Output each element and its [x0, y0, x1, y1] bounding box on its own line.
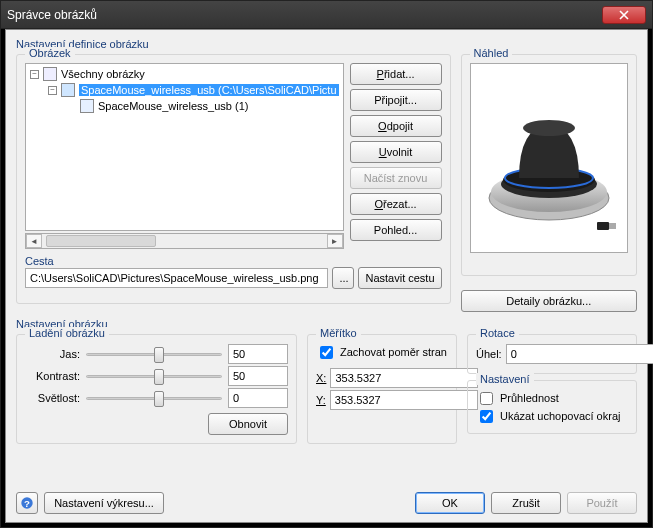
- x-label: X:: [316, 372, 326, 384]
- help-icon: ?: [20, 496, 34, 510]
- keep-ratio-checkbox[interactable]: [320, 346, 333, 359]
- tree-root[interactable]: − Všechny obrázky: [30, 66, 339, 82]
- dialog-window: Správce obrázků Nastavení definice obráz…: [0, 0, 653, 528]
- svg-rect-6: [597, 222, 609, 230]
- scroll-left-icon[interactable]: ◄: [26, 234, 42, 248]
- svetlost-slider[interactable]: [86, 389, 222, 407]
- detach-button[interactable]: Odpojit: [350, 115, 442, 137]
- group-obrazek-title: Obrázek: [25, 47, 75, 59]
- top-heading: Nastavení definice obrázku: [16, 38, 637, 50]
- image-details-button[interactable]: Detaily obrázku...: [461, 290, 637, 312]
- svetlost-label: Světlost:: [25, 392, 80, 404]
- transparency-label: Průhlednost: [500, 392, 559, 404]
- group-rotace-title: Rotace: [476, 327, 519, 339]
- svg-point-5: [523, 120, 575, 136]
- collapse-icon[interactable]: −: [48, 86, 57, 95]
- image-tree[interactable]: − Všechny obrázky − SpaceMouse_wireless_…: [25, 63, 344, 231]
- crop-button[interactable]: Ořezat...: [350, 193, 442, 215]
- spacemouse-icon: [474, 88, 624, 228]
- keep-ratio-label: Zachovat poměr stran: [340, 346, 447, 358]
- release-button[interactable]: Uvolnit: [350, 141, 442, 163]
- folder-icon: [43, 67, 57, 81]
- group-meritko: Měřítko Zachovat poměr stran X: Y:: [307, 334, 457, 444]
- kontrast-label: Kontrast:: [25, 370, 80, 382]
- group-nahled-title: Náhled: [470, 47, 513, 59]
- cancel-button[interactable]: Zrušit: [491, 492, 561, 514]
- group-meritko-title: Měřítko: [316, 327, 361, 339]
- help-button[interactable]: ?: [16, 492, 38, 514]
- tree-hscrollbar[interactable]: ◄ ►: [25, 233, 344, 249]
- close-button[interactable]: [602, 6, 646, 24]
- reload-button: Načíst znovu: [350, 167, 442, 189]
- grip-edge-label: Ukázat uchopovací okraj: [500, 410, 620, 422]
- angle-input[interactable]: [506, 344, 653, 364]
- grip-edge-checkbox[interactable]: [480, 410, 493, 423]
- view-button[interactable]: Pohled...: [350, 219, 442, 241]
- cesta-label: Cesta: [25, 255, 442, 267]
- uhel-label: Úhel:: [476, 348, 502, 360]
- attach-button[interactable]: Připojit...: [350, 89, 442, 111]
- path-input[interactable]: [25, 268, 328, 288]
- image-def-icon: [61, 83, 75, 97]
- preview-image: [470, 63, 628, 253]
- ok-button[interactable]: OK: [415, 492, 485, 514]
- group-ladeni-title: Ladění obrázku: [25, 327, 109, 339]
- jas-slider[interactable]: [86, 345, 222, 363]
- jas-input[interactable]: [228, 344, 288, 364]
- tree-item-child[interactable]: SpaceMouse_wireless_usb (1): [30, 98, 339, 114]
- kontrast-slider[interactable]: [86, 367, 222, 385]
- image-instance-icon: [80, 99, 94, 113]
- titlebar: Správce obrázků: [1, 1, 652, 29]
- kontrast-input[interactable]: [228, 366, 288, 386]
- tree-item-selected[interactable]: − SpaceMouse_wireless_usb (C:\Users\Soli…: [30, 82, 339, 98]
- group-rotace: Rotace Úhel:: [467, 334, 637, 374]
- scale-x-input[interactable]: [330, 368, 478, 388]
- add-button[interactable]: Přidat...: [350, 63, 442, 85]
- group-obrazek: Obrázek − Všechny obrázky −: [16, 54, 451, 304]
- y-label: Y:: [316, 394, 326, 406]
- set-path-button[interactable]: Nastavit cestu: [358, 267, 441, 289]
- svg-rect-7: [609, 223, 616, 229]
- usb-dongle-icon: [597, 220, 617, 232]
- scroll-right-icon[interactable]: ►: [327, 234, 343, 248]
- group-nastaveni: Nastavení Průhlednost Ukázat uchopovací …: [467, 380, 637, 434]
- drawing-settings-button[interactable]: Nastavení výkresu...: [44, 492, 164, 514]
- browse-button[interactable]: ...: [332, 267, 354, 289]
- scroll-thumb[interactable]: [46, 235, 156, 247]
- collapse-icon[interactable]: −: [30, 70, 39, 79]
- obnovit-button[interactable]: Obnovit: [208, 413, 288, 435]
- apply-button: Použít: [567, 492, 637, 514]
- svg-text:?: ?: [24, 498, 30, 509]
- group-ladeni: Ladění obrázku Jas: Kontrast: Světlost:: [16, 334, 297, 444]
- group-nastaveni-title: Nastavení: [476, 373, 534, 385]
- group-nahled: Náhled: [461, 54, 637, 276]
- svetlost-input[interactable]: [228, 388, 288, 408]
- scale-y-input[interactable]: [330, 390, 478, 410]
- transparency-checkbox[interactable]: [480, 392, 493, 405]
- jas-label: Jas:: [25, 348, 80, 360]
- window-title: Správce obrázků: [7, 8, 97, 22]
